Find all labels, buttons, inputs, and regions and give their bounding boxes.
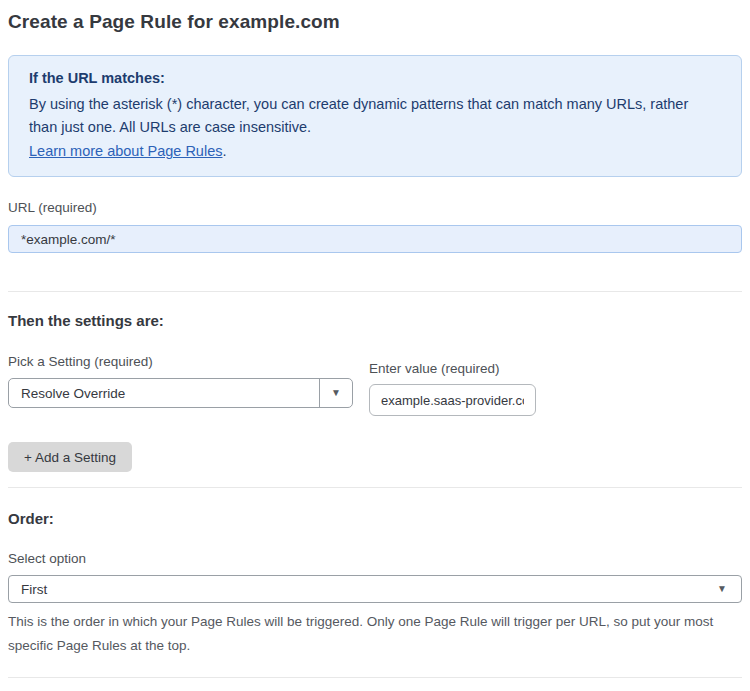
info-link-line: Learn more about Page Rules.	[29, 140, 721, 163]
order-select-label: Select option	[8, 551, 742, 567]
add-setting-button[interactable]: + Add a Setting	[8, 442, 132, 472]
setting-dropdown-arrow-button[interactable]: ▼	[319, 379, 352, 407]
create-page-rule-panel: Create a Page Rule for example.com If th…	[0, 0, 750, 691]
page-title: Create a Page Rule for example.com	[8, 11, 742, 33]
order-help-text: This is the order in which your Page Rul…	[8, 610, 728, 658]
enter-value-column: Enter value (required)	[369, 354, 536, 416]
pick-setting-label: Pick a Setting (required)	[8, 354, 353, 370]
info-box-heading: If the URL matches:	[29, 68, 721, 89]
enter-value-label: Enter value (required)	[369, 361, 536, 377]
url-field-label: URL (required)	[8, 200, 742, 216]
setting-dropdown-value: Resolve Override	[9, 379, 319, 407]
setting-row: Pick a Setting (required) Resolve Overri…	[8, 354, 742, 416]
order-section-heading: Order:	[8, 510, 742, 527]
section-divider	[8, 291, 742, 292]
url-match-info-box: If the URL matches: By using the asteris…	[8, 55, 742, 177]
setting-dropdown[interactable]: Resolve Override ▼	[8, 378, 353, 408]
order-select[interactable]: First ▼	[8, 575, 742, 603]
pick-setting-column: Pick a Setting (required) Resolve Overri…	[8, 354, 353, 408]
section-divider	[8, 487, 742, 488]
link-period: .	[222, 143, 226, 159]
settings-section-heading: Then the settings are:	[8, 312, 742, 329]
setting-value-input[interactable]	[369, 384, 536, 416]
order-select-value: First	[21, 582, 717, 597]
info-box-body: By using the asterisk (*) character, you…	[29, 93, 709, 139]
chevron-down-icon: ▼	[331, 388, 341, 398]
chevron-down-icon: ▼	[717, 584, 727, 594]
footer-divider	[8, 677, 742, 678]
url-input[interactable]	[8, 225, 742, 253]
learn-more-link[interactable]: Learn more about Page Rules	[29, 143, 222, 159]
